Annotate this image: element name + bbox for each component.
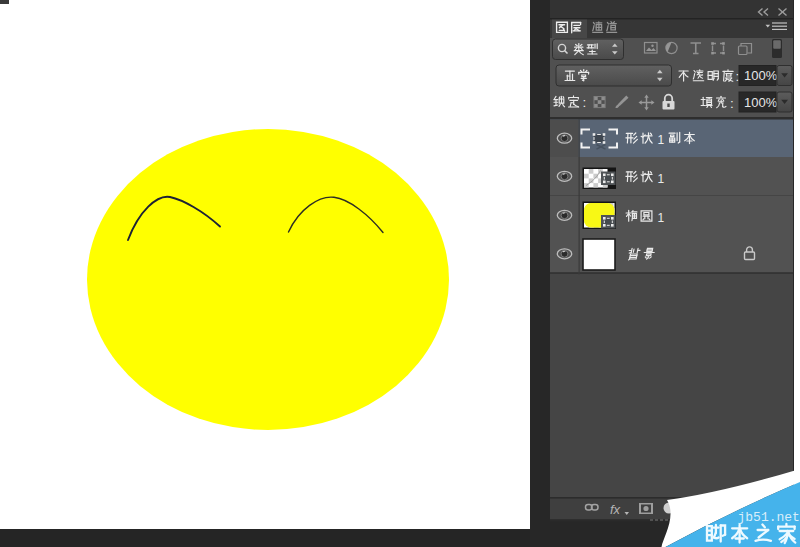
svg-text::: : <box>730 96 734 111</box>
svg-text:1: 1 <box>658 211 665 225</box>
svg-text::: : <box>583 95 587 110</box>
svg-text:1: 1 <box>658 133 665 147</box>
svg-text:fx: fx <box>610 502 621 517</box>
svg-text:jb51.net: jb51.net <box>738 510 800 525</box>
svg-text:100%: 100% <box>744 95 778 110</box>
svg-text:1: 1 <box>658 172 665 186</box>
svg-text:100%: 100% <box>744 68 778 83</box>
